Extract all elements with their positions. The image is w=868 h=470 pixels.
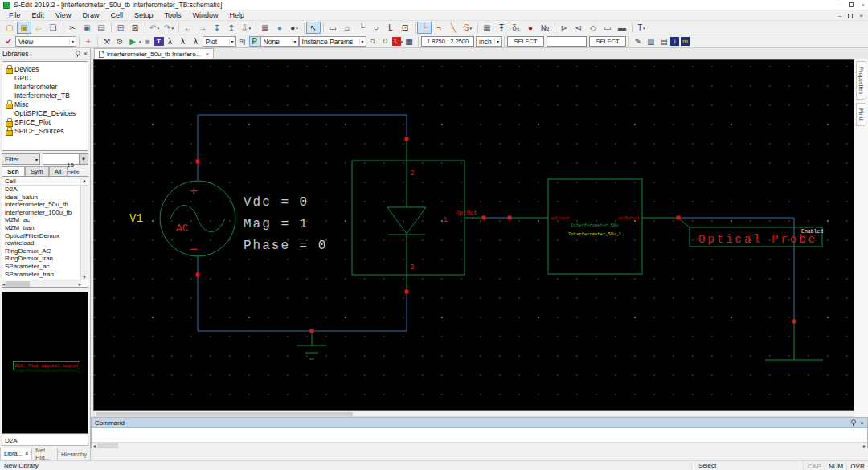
document-tab[interactable]: interferometer_50u_tb Interfero... ×	[94, 48, 214, 59]
wire-source-bottom[interactable]	[198, 256, 407, 331]
port-tool-icon[interactable]: Ŧ▾	[494, 22, 509, 34]
inout-port-icon[interactable]: ◇▾	[586, 22, 600, 34]
source-parameters[interactable]: Vdc = 0 Mag = 1 Phase = 0	[244, 195, 327, 253]
terminal-square[interactable]	[196, 160, 200, 164]
path-tool-icon[interactable]: └▾	[354, 22, 369, 34]
stop-simulation-icon[interactable]: ■	[141, 35, 154, 47]
library-spice-plot[interactable]: SPICE_Plot	[2, 117, 88, 126]
library-optispice-devices[interactable]: OptiSPICE_Devices	[2, 108, 88, 117]
text-tool-icon[interactable]: T▾	[634, 22, 649, 34]
current-probe-icon[interactable]: λ	[177, 35, 190, 47]
check-out-icon[interactable]: ⊠▾	[128, 22, 142, 34]
results-browser-icon[interactable]: R|	[236, 35, 249, 47]
child-minimize-button[interactable]: –	[838, 12, 841, 19]
expand-params-icon[interactable]: ℧	[379, 35, 392, 47]
scroll-up-arrow[interactable]: ▲	[80, 178, 88, 183]
command-hscrollbar[interactable]: ◂▸	[92, 442, 867, 448]
menu-edit[interactable]: Edit	[27, 11, 51, 19]
terminal-square[interactable]	[405, 290, 409, 294]
t-cell-icon[interactable]: T	[154, 37, 164, 46]
check-in-icon[interactable]: ⊞▾	[113, 22, 128, 34]
edit-properties-icon[interactable]: ✎	[632, 35, 645, 47]
push-into-cell-icon[interactable]: ↧▾	[210, 22, 224, 34]
pin-icon[interactable]	[850, 419, 856, 426]
tools-options-icon[interactable]: ⚙	[113, 35, 126, 47]
menu-window[interactable]: Window	[186, 11, 223, 19]
redo-icon[interactable]: ↷▾	[162, 22, 176, 34]
pin-icon[interactable]	[75, 51, 80, 57]
cut-icon[interactable]: ✂▾	[65, 22, 80, 34]
global-port-icon[interactable]: ▬▾	[615, 22, 629, 34]
menu-view[interactable]: View	[50, 11, 76, 19]
probe-mode-icon[interactable]: P	[249, 36, 260, 47]
instance-name-v1[interactable]: V1	[129, 212, 143, 225]
paste-icon[interactable]: ▤▾	[94, 22, 108, 34]
menu-file[interactable]: File	[3, 11, 27, 19]
print-view-icon[interactable]: ▤	[657, 35, 670, 47]
library-gpic[interactable]: GPIC	[2, 73, 88, 82]
cell-list-item[interactable]: MZM_ac	[2, 216, 88, 224]
tab-properties[interactable]: Properties	[856, 61, 866, 100]
other-port-icon[interactable]: ▭▾	[600, 22, 615, 34]
cell-list-item[interactable]: ideal_balun	[2, 194, 88, 202]
menu-help[interactable]: Help	[223, 11, 250, 19]
child-restore-button[interactable]	[848, 14, 853, 18]
open-view-icon[interactable]: ⇩▾	[239, 22, 253, 34]
wire-45-tool-icon[interactable]: ¬▾	[432, 22, 446, 34]
menu-tools[interactable]: Tools	[158, 11, 186, 19]
cell-list-item[interactable]: SParameter_ac	[2, 263, 88, 271]
cell-list-item[interactable]: interferometer_50u_tb	[2, 201, 88, 209]
pop-out-of-cell-icon[interactable]: ↥▾	[224, 22, 239, 34]
tab-close-icon[interactable]: ×	[205, 51, 209, 58]
cell-list-item[interactable]: SParameter_tran	[2, 271, 88, 279]
undo-icon[interactable]: ↶▾	[147, 22, 162, 34]
run-simulation-icon[interactable]: ▶	[126, 35, 139, 47]
go-forward-icon[interactable]: →▾	[195, 22, 210, 34]
evaluate-params-icon[interactable]: Ω	[366, 35, 379, 47]
library-interferometer-tb[interactable]: Interferometer_TB	[2, 91, 88, 100]
power-probe-icon[interactable]: λ	[190, 35, 203, 47]
laser-diode-instance[interactable]: 2 3 1 OptOut	[352, 137, 512, 294]
plot-combo[interactable]: Plot▾	[203, 36, 236, 47]
child-close-button[interactable]: ×	[859, 12, 863, 19]
layer-l-icon[interactable]: L	[392, 37, 401, 46]
in-port-icon[interactable]: ⊲▾	[571, 22, 586, 34]
canvas-hscrollbar[interactable]	[93, 411, 854, 417]
polygon-tool-icon[interactable]: ⌂▾	[340, 22, 354, 34]
view-combo[interactable]: View▾	[15, 36, 76, 47]
display-mode-combo[interactable]: None▾	[260, 36, 299, 47]
simulation-results-icon[interactable]: ●▾	[287, 22, 301, 34]
search-field[interactable]	[547, 36, 587, 47]
print-icon[interactable]: ▦▾	[258, 22, 272, 34]
cell-list-item[interactable]: interferometer_100u_tb	[2, 209, 88, 217]
voltage-probe-icon[interactable]: λ	[164, 35, 177, 47]
close-button[interactable]: ×	[861, 2, 865, 9]
out-port-icon[interactable]: ⊳▾	[557, 22, 571, 34]
document-icon-2[interactable]: m	[681, 37, 690, 46]
instance-name-label[interactable]: Interferometer_50u_1	[568, 231, 622, 237]
close-panel-icon[interactable]: ×	[84, 50, 88, 58]
net-name-icon[interactable]: №▾	[538, 22, 552, 34]
waveform-viewer-icon[interactable]: ●▾	[272, 22, 287, 34]
cell-list-vscrollbar[interactable]: ▼	[80, 186, 88, 280]
tab-find[interactable]: Find	[856, 103, 866, 126]
instance-tool-icon[interactable]: ⊡▾	[398, 22, 412, 34]
library-misc[interactable]: Misc	[2, 100, 88, 108]
library-devices[interactable]: Devices	[2, 64, 88, 73]
net-dot-icon[interactable]: ●▾	[523, 22, 538, 34]
ground-symbol[interactable]	[297, 329, 326, 360]
cell-column-header[interactable]: Cell	[5, 178, 16, 185]
tab-sym[interactable]: Sym	[25, 166, 49, 176]
new-file-icon[interactable]: ▢▾	[2, 22, 17, 34]
select-filter-field-1[interactable]: SELECT	[507, 36, 544, 47]
menu-cell[interactable]: Cell	[104, 11, 129, 19]
pin-name-icon[interactable]: δ₉▾	[509, 22, 523, 34]
terminal-square[interactable]	[677, 216, 681, 220]
open-folder-icon[interactable]: ▱▾	[31, 22, 46, 34]
instance-params-combo[interactable]: Instance Params▾	[299, 36, 366, 47]
wire-source-top[interactable]	[198, 115, 407, 181]
cell-list-item[interactable]: RingDemux_tran	[2, 255, 88, 263]
cell-list-item[interactable]: D2A	[2, 186, 88, 194]
rectangle-tool-icon[interactable]: ▭▾	[326, 22, 340, 34]
close-panel-icon[interactable]: ×	[860, 419, 864, 427]
